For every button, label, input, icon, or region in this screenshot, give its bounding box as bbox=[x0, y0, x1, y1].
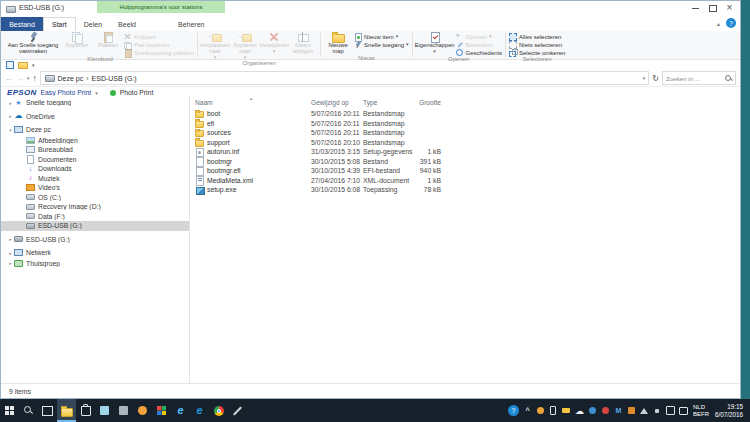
file-row-setup-exe[interactable]: setup.exe30/10/2015 6:08Toepassing78 kB bbox=[190, 185, 740, 195]
sidebar-item-documenten[interactable]: Documenten bbox=[1, 155, 189, 165]
edge-button[interactable]: e bbox=[190, 399, 209, 422]
paste-button[interactable]: Plakken bbox=[94, 32, 122, 49]
refresh-icon[interactable]: ↻ bbox=[652, 74, 659, 83]
back-button[interactable]: ← bbox=[5, 74, 13, 83]
internet-explorer-button[interactable]: e bbox=[171, 399, 190, 422]
app-button[interactable] bbox=[133, 399, 152, 422]
file-name[interactable]: autorun.inf bbox=[195, 147, 239, 157]
copy-button[interactable]: Kopiëren bbox=[62, 32, 92, 49]
column-header-naam[interactable]: Naam bbox=[195, 99, 213, 106]
file-row-sources[interactable]: sources5/07/2016 20:11Bestandsmap bbox=[190, 128, 740, 138]
tray-app-icon[interactable] bbox=[536, 406, 545, 415]
app-button[interactable] bbox=[114, 399, 133, 422]
sidebar-item-os-c[interactable]: OS (C:) bbox=[1, 193, 189, 203]
file-name[interactable]: bootmgr bbox=[195, 157, 232, 167]
chevron-icon[interactable]: ▸ bbox=[7, 100, 14, 106]
qat-folder-icon[interactable] bbox=[18, 62, 28, 69]
easy-access-button[interactable]: Snelle toegang ▾ bbox=[354, 41, 409, 48]
collapse-ribbon-icon[interactable]: ▴ bbox=[717, 20, 720, 27]
chevron-icon[interactable]: ▸ bbox=[7, 236, 14, 242]
select-all-button[interactable]: Alles selecteren bbox=[509, 33, 565, 40]
tray-folder-icon[interactable] bbox=[562, 406, 571, 415]
network-tray-icon[interactable] bbox=[640, 406, 649, 415]
column-header-gewijzigd-op[interactable]: Gewijzigd op bbox=[311, 99, 349, 106]
file-row-boot[interactable]: boot5/07/2016 20:11Bestandsmap bbox=[190, 109, 740, 119]
file-row-bootmgr[interactable]: bootmgr30/10/2015 5:08Bestand391 kB bbox=[190, 157, 740, 167]
action-center-icon[interactable] bbox=[666, 406, 675, 415]
tray-app-icon[interactable] bbox=[627, 406, 636, 415]
up-button[interactable]: ↑ bbox=[33, 74, 37, 83]
tab-start[interactable]: Start bbox=[43, 17, 76, 31]
file-name[interactable]: efi bbox=[195, 119, 214, 129]
address-dropdown-icon[interactable]: ▾ bbox=[643, 75, 646, 81]
chevron-icon[interactable]: ▾ bbox=[7, 127, 14, 133]
close-button[interactable]: × bbox=[721, 1, 738, 15]
tab-beeld[interactable]: Beeld bbox=[110, 17, 144, 31]
show-hidden-icons-button[interactable]: ^ bbox=[523, 406, 532, 415]
help-tray-icon[interactable]: ? bbox=[508, 405, 519, 416]
new-item-button[interactable]: Nieuw item ▾ bbox=[354, 33, 409, 40]
chrome-button[interactable] bbox=[209, 399, 228, 422]
maximize-button[interactable] bbox=[704, 1, 721, 15]
sidebar-item-muziek[interactable]: Muziek bbox=[1, 174, 189, 184]
qat-properties-icon[interactable] bbox=[6, 61, 14, 69]
file-row-efi[interactable]: efi5/07/2016 20:11Bestandsmap bbox=[190, 119, 740, 129]
file-row-autorun-inf[interactable]: autorun.inf31/03/2015 3:15Setup-gegevens… bbox=[190, 147, 740, 157]
epson-product-label[interactable]: Easy Photo Print bbox=[41, 89, 92, 96]
tray-app-icon[interactable] bbox=[588, 406, 597, 415]
rename-button[interactable]: Naam wijzigen bbox=[289, 32, 317, 55]
sidebar-item-esd-usb-g[interactable]: ESD-USB (G:) bbox=[1, 221, 189, 231]
breadcrumb-root[interactable]: Deze pc bbox=[58, 75, 84, 82]
tab-bestand[interactable]: Bestand bbox=[1, 17, 43, 31]
history-button[interactable]: Geschiedenis bbox=[456, 49, 502, 56]
file-name[interactable]: MediaMeta.xml bbox=[195, 176, 253, 186]
sidebar-item-data-f[interactable]: Data (F:) bbox=[1, 212, 189, 222]
sidebar-item-downloads[interactable]: Downloads bbox=[1, 164, 189, 174]
task-view-button[interactable] bbox=[38, 399, 57, 422]
recent-locations-arrow-icon[interactable]: ▾ bbox=[27, 74, 30, 83]
tab-beheren[interactable]: Beheren bbox=[170, 17, 212, 31]
column-header-type[interactable]: Type bbox=[363, 99, 377, 106]
sidebar-item-esd-usb-g[interactable]: ▸ESD-USB (G:) bbox=[1, 235, 189, 245]
file-name[interactable]: bootmgr.efi bbox=[195, 166, 241, 176]
file-name[interactable]: setup.exe bbox=[195, 185, 236, 195]
cut-button[interactable]: Knippen bbox=[124, 33, 194, 40]
file-name[interactable]: support bbox=[195, 138, 230, 148]
sidebar-item-netwerk[interactable]: ▸Netwerk bbox=[1, 248, 189, 258]
search-input[interactable]: Zoeken in ... bbox=[662, 71, 736, 85]
chevron-icon[interactable]: ▸ bbox=[7, 113, 14, 119]
invert-selection-button[interactable]: Selectie omkeren bbox=[509, 49, 565, 56]
move-to-button[interactable]: Verplaatsen naar ▾ bbox=[201, 32, 229, 60]
paste-shortcut-button[interactable]: Snelkoppeling plakken bbox=[124, 49, 194, 56]
file-row-support[interactable]: support5/07/2016 20:10Bestandsmap bbox=[190, 138, 740, 148]
tray-app-icon[interactable] bbox=[549, 406, 558, 415]
copy-to-button[interactable]: Kopiëren naar ▾ bbox=[231, 32, 259, 60]
new-folder-button[interactable]: Nieuwe map bbox=[324, 32, 352, 55]
breadcrumb-current[interactable]: ESD-USB (G:) bbox=[92, 75, 137, 82]
volume-tray-icon[interactable] bbox=[653, 406, 662, 415]
minimize-button[interactable] bbox=[687, 1, 704, 15]
clock[interactable]: 19:15 6/07/2016 bbox=[715, 403, 746, 418]
pin-to-quick-access-button[interactable]: Aan Snelle toegang vastmaken bbox=[6, 32, 60, 55]
forward-button[interactable]: → bbox=[16, 74, 24, 83]
file-row-bootmgr-efi[interactable]: bootmgr.efi30/10/2015 4:39EFI-bestand940… bbox=[190, 166, 740, 176]
app-pen-button[interactable] bbox=[228, 399, 247, 422]
column-header-grootte[interactable]: Grootte bbox=[403, 99, 441, 106]
sidebar-item-onedrive[interactable]: ▸OneDrive bbox=[1, 112, 189, 122]
sidebar-item-afbeeldingen[interactable]: Afbeeldingen bbox=[1, 136, 189, 146]
start-button[interactable] bbox=[0, 399, 19, 422]
chevron-icon[interactable]: ▸ bbox=[7, 260, 14, 266]
file-explorer-button[interactable] bbox=[57, 399, 76, 422]
select-none-button[interactable]: Niets selecteren bbox=[509, 41, 565, 48]
sidebar-item-recovery-image-d[interactable]: Recovery Image (D:) bbox=[1, 202, 189, 212]
touch-keyboard-icon[interactable] bbox=[679, 406, 688, 415]
sidebar-item-video-s[interactable]: Video's bbox=[1, 183, 189, 193]
onedrive-tray-icon[interactable]: ☁ bbox=[575, 406, 584, 415]
edit-button[interactable]: Bewerken bbox=[456, 41, 502, 48]
chevron-icon[interactable]: ▸ bbox=[7, 250, 14, 256]
sidebar-item-bureaublad[interactable]: Bureaublad bbox=[1, 145, 189, 155]
sidebar-item-snelle-toegang[interactable]: ▸Snelle toegang bbox=[1, 98, 189, 108]
file-name[interactable]: sources bbox=[195, 128, 231, 138]
photo-print-button[interactable]: Photo Print bbox=[120, 89, 154, 96]
tray-app-icon[interactable] bbox=[601, 406, 610, 415]
